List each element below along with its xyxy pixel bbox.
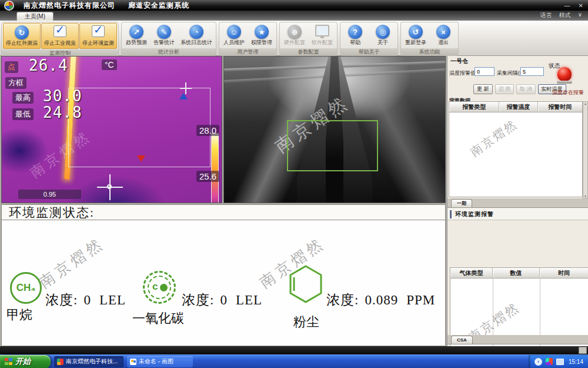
tab-row: 主页(M) 语言 样式 ∨ <box>0 11 588 21</box>
tray-collapse-icon[interactable]: ‹ <box>534 358 542 366</box>
thermal-color-scale <box>211 133 219 203</box>
style-menu[interactable]: 样式 <box>559 11 571 19</box>
close-button[interactable]: ✕ <box>579 2 583 9</box>
watermark: 南京熠然 <box>35 233 109 293</box>
person-icon: ☺ <box>227 25 241 39</box>
ribbon-group-system: ↺ 重新登录 × 退出 系统功能 <box>400 22 459 55</box>
alarm-stats-button[interactable]: ✎ 告警统计 <box>151 23 178 48</box>
ribbon-group-help: ? 帮助 ◎ 关于 帮助关于 <box>340 22 398 55</box>
stop-env-monitor-button[interactable]: ✓ 停止环境监测 <box>79 23 117 49</box>
chevron-down-icon[interactable]: ∨ <box>578 11 582 19</box>
exit-button[interactable]: × 退出 <box>430 23 457 48</box>
alarm-table-scrollbar[interactable]: ▲ ▼ <box>583 101 588 198</box>
system-tray: ‹ 15:14 <box>529 355 588 368</box>
taskbar-item-paint[interactable]: 未命名 - 画图 <box>127 356 193 367</box>
min-label: 最低 <box>12 108 34 120</box>
monitor-icon <box>315 25 329 37</box>
env-alarm-header: 环境监测报警 <box>447 208 588 220</box>
env-status-panel: 环境监测状态: 南京熠然 南京熠然 CH₄ 甲烷 浓度:0LEL c 一氧化碳 … <box>1 204 446 346</box>
carbon-monoxide-icon: c <box>143 271 176 304</box>
key-icon: ★ <box>255 25 269 39</box>
relogin-button[interactable]: ↺ 重新登录 <box>402 23 429 48</box>
sensor-value-dust: 浓度:0.089PPM <box>326 291 435 309</box>
help-button[interactable]: ? 帮助 <box>342 23 369 48</box>
env-col-value[interactable]: 数值 <box>493 268 540 278</box>
software-config-button: 软件配置 <box>309 23 336 48</box>
alarm-status-text: 温度存在报警 <box>552 89 584 97</box>
alarm-col-type[interactable]: 报警类型 <box>449 102 499 112</box>
phase-tab-strip: 一期 <box>447 198 588 208</box>
trend-icon: ↗ <box>129 25 143 39</box>
crosshair-icon <box>97 174 123 200</box>
env-status-title: 环境监测状态: <box>2 205 445 220</box>
min-temp-value: 24.8 <box>43 104 82 121</box>
company-title: 南京熠然电子科技有限公司 <box>24 1 115 11</box>
personnel-button[interactable]: ☺ 人员维护 <box>220 23 248 48</box>
ribbon-group-user-mgmt: ☺ 人员维护 ★ 权限管理 用户管理 <box>219 22 277 55</box>
methane-icon: CH₄ <box>10 272 42 304</box>
syslog-stats-button[interactable]: ◔ 系统日志统计 <box>178 23 215 48</box>
update-button[interactable]: 更 新 <box>473 84 493 94</box>
hardware-config-button: ⊕ 硬件配置 <box>281 23 308 48</box>
permission-button[interactable]: ★ 权限管理 <box>248 23 275 48</box>
globe-icon: ◎ <box>376 25 390 39</box>
temp-unit: °C <box>102 59 117 70</box>
title-bar: 南京熠然电子科技有限公司 廊道安全监测系统 — ✕ <box>0 0 588 11</box>
taskbar-item-monitor-app[interactable]: 南京熠然电子科技... <box>54 356 123 367</box>
sensor-value-co: 浓度:0LEL <box>182 291 262 309</box>
scroll-up-icon[interactable]: ▲ <box>584 102 587 105</box>
temp-alarm-input[interactable] <box>475 67 495 76</box>
group-label-user-mgmt: 用户管理 <box>219 48 276 56</box>
marker-cross-icon <box>180 82 192 94</box>
industrial-camera-view[interactable]: 南京熠然 <box>223 56 446 203</box>
about-button[interactable]: ◎ 关于 <box>369 23 396 48</box>
cancel-button[interactable]: 取 消 <box>516 84 536 94</box>
ribbon-group-monitor-control: ↻ 停止红外测温 ✓ 停止工业视觉 ✓ 停止环境监测 监测控制 <box>1 22 119 55</box>
windows-logo-icon <box>5 358 12 366</box>
stop-infrared-button[interactable]: ↻ 停止红外测温 <box>3 23 41 49</box>
env-col-time[interactable]: 时间 <box>540 268 588 278</box>
point-label: 点 <box>5 61 18 73</box>
alarm-col-time[interactable]: 报警时间 <box>538 102 582 112</box>
detection-box <box>287 120 378 171</box>
tab-csa[interactable]: CSA <box>451 336 473 344</box>
app-task-icon <box>57 359 64 365</box>
thermal-camera-view[interactable]: 南京熠然 点 26.4 °C 方框 最高 30.0 最低 24.8 28.0 2… <box>1 56 222 203</box>
enable-button[interactable]: 启 用 <box>495 84 514 94</box>
tab-home[interactable]: 主页(M) <box>16 12 54 21</box>
tab-phase-1[interactable]: 一期 <box>451 199 472 207</box>
alarm-col-temp[interactable]: 报警温度 <box>499 102 537 112</box>
interval-input[interactable] <box>520 67 544 76</box>
tray-icon-2[interactable] <box>556 359 564 365</box>
taskbar-clock: 15:14 <box>569 359 583 365</box>
max-temp-value: 30.0 <box>43 87 82 105</box>
dust-icon <box>288 265 324 306</box>
sensor-name-co: 一氧化碳 <box>132 310 184 327</box>
scroll-down-icon[interactable]: ▼ <box>584 194 587 198</box>
sensor-value-methane: 浓度:0LEL <box>45 291 126 309</box>
app-logo-icon <box>5 2 13 9</box>
watermark: 南京熠然 <box>467 116 521 160</box>
exit-icon: × <box>436 25 450 39</box>
emissivity-value: 0.95 <box>18 190 81 199</box>
env-col-gas[interactable]: 气体类型 <box>450 268 493 278</box>
max-label: 最高 <box>12 92 34 104</box>
stop-vision-button[interactable]: ✓ 停止工业视觉 <box>41 23 79 49</box>
sensor-name-dust: 粉尘 <box>293 313 319 331</box>
minimize-button[interactable]: — <box>564 2 570 9</box>
pie-chart-icon: ◔ <box>189 25 203 39</box>
sensor-name-methane: 甲烷 <box>6 306 32 324</box>
alarm-light-icon <box>557 67 572 84</box>
tray-icon-1[interactable] <box>546 358 553 365</box>
app-window: 南京熠然电子科技有限公司 廊道安全监测系统 — ✕ 主页(M) 语言 样式 ∨ … <box>0 0 588 368</box>
point-temp-value: 26.4 <box>29 57 68 74</box>
window-bottom-strip <box>0 346 588 354</box>
trend-predict-button[interactable]: ↗ 趋势预测 <box>123 23 150 48</box>
start-button[interactable]: 开始 <box>0 355 51 368</box>
group-label-config: 参数配置 <box>280 48 337 56</box>
refresh-icon: ↻ <box>15 25 29 39</box>
marker-triangle-blue-icon <box>179 93 188 100</box>
language-menu[interactable]: 语言 <box>540 11 552 19</box>
resize-grip[interactable] <box>579 347 587 354</box>
paint-task-icon <box>130 359 136 365</box>
